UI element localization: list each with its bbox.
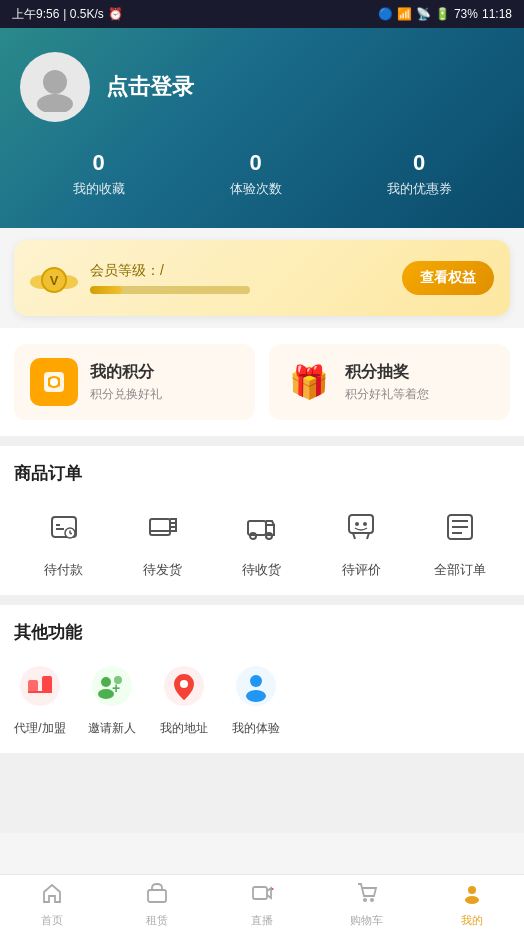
points-section: 我的积分 积分兑换好礼 🎁 积分抽奖 积分好礼等着您 bbox=[0, 328, 524, 436]
content-area: 我的积分 积分兑换好礼 🎁 积分抽奖 积分好礼等着您 商品订单 bbox=[0, 328, 524, 833]
user-info[interactable]: 点击登录 bbox=[20, 52, 504, 122]
member-badge-icon: V bbox=[30, 254, 78, 302]
home-icon bbox=[41, 882, 63, 910]
svg-rect-15 bbox=[150, 519, 170, 535]
status-network: | 0.5K/s bbox=[63, 7, 103, 21]
stat-coupons[interactable]: 0 我的优惠券 bbox=[387, 150, 452, 198]
my-experience-label: 我的体验 bbox=[232, 720, 280, 737]
nav-cart-label: 购物车 bbox=[350, 913, 383, 928]
bottom-nav: 首页 租赁 直播 购物车 bbox=[0, 874, 524, 934]
raffle-icon: 🎁 bbox=[285, 358, 333, 406]
function-icons: 代理/加盟 + 邀请新人 bbox=[14, 660, 510, 737]
order-item-pending-review[interactable]: 待评价 bbox=[335, 501, 387, 579]
shop-icon bbox=[146, 882, 168, 910]
order-icons: 待付款 待发货 bbox=[14, 501, 510, 579]
svg-point-36 bbox=[101, 677, 111, 687]
func-address[interactable]: 我的地址 bbox=[158, 660, 210, 737]
pending-payment-label: 待付款 bbox=[44, 561, 83, 579]
func-invite[interactable]: + 邀请新人 bbox=[86, 660, 138, 737]
pending-ship-label: 待发货 bbox=[143, 561, 182, 579]
view-benefits-button[interactable]: 查看权益 bbox=[402, 261, 494, 295]
live-icon bbox=[251, 882, 273, 910]
stats-row: 0 我的收藏 0 体验次数 0 我的优惠券 bbox=[20, 150, 504, 198]
nav-profile-label: 我的 bbox=[461, 913, 483, 928]
func-my-experience[interactable]: 我的体验 bbox=[230, 660, 282, 737]
battery-level: 73% bbox=[454, 7, 478, 21]
svg-point-0 bbox=[43, 70, 67, 94]
raffle-title: 积分抽奖 bbox=[345, 362, 429, 383]
order-item-all[interactable]: 全部订单 bbox=[434, 501, 486, 579]
nav-rental-label: 租赁 bbox=[146, 913, 168, 928]
raffle-sub: 积分好礼等着您 bbox=[345, 386, 429, 403]
svg-rect-46 bbox=[253, 887, 267, 899]
my-points-sub: 积分兑换好礼 bbox=[90, 386, 162, 403]
wifi-icon: 📡 bbox=[416, 7, 431, 21]
svg-rect-32 bbox=[28, 680, 38, 692]
profile-icon bbox=[461, 882, 483, 910]
nav-home[interactable]: 首页 bbox=[0, 875, 105, 934]
svg-point-25 bbox=[355, 522, 359, 526]
coupons-label: 我的优惠券 bbox=[387, 180, 452, 198]
order-item-pending-receive[interactable]: 待收货 bbox=[236, 501, 288, 579]
pending-payment-icon bbox=[38, 501, 90, 553]
pending-review-label: 待评价 bbox=[342, 561, 381, 579]
hero-section: 点击登录 0 我的收藏 0 体验次数 0 我的优惠券 bbox=[0, 28, 524, 228]
member-progress-bar bbox=[90, 286, 250, 294]
all-orders-label: 全部订单 bbox=[434, 561, 486, 579]
raffle-card[interactable]: 🎁 积分抽奖 积分好礼等着您 bbox=[269, 344, 510, 420]
pending-ship-icon bbox=[137, 501, 189, 553]
member-card[interactable]: V 会员等级：/ 查看权益 bbox=[14, 240, 510, 316]
nav-profile[interactable]: 我的 bbox=[419, 875, 524, 934]
svg-point-50 bbox=[465, 896, 479, 904]
cart-icon bbox=[356, 882, 378, 910]
experiences-label: 体验次数 bbox=[230, 180, 282, 198]
status-left: 上午9:56 | 0.5K/s ⏰ bbox=[12, 6, 123, 23]
order-item-pending-payment[interactable]: 待付款 bbox=[38, 501, 90, 579]
nav-live-label: 直播 bbox=[251, 913, 273, 928]
svg-point-1 bbox=[37, 94, 73, 112]
status-time: 上午9:56 bbox=[12, 6, 59, 23]
agent-icon bbox=[14, 660, 66, 712]
svg-point-41 bbox=[180, 680, 188, 688]
svg-rect-45 bbox=[148, 890, 166, 902]
signal-icon: 📶 bbox=[397, 7, 412, 21]
login-prompt[interactable]: 点击登录 bbox=[106, 72, 194, 102]
svg-point-8 bbox=[50, 378, 58, 386]
points-icon bbox=[30, 358, 78, 406]
svg-point-49 bbox=[468, 886, 476, 894]
member-left: V 会员等级：/ bbox=[30, 254, 250, 302]
avatar[interactable] bbox=[20, 52, 90, 122]
svg-point-31 bbox=[20, 666, 60, 706]
other-functions-title: 其他功能 bbox=[14, 621, 510, 644]
svg-text:V: V bbox=[50, 273, 59, 288]
nav-rental[interactable]: 租赁 bbox=[105, 875, 210, 934]
stat-experiences[interactable]: 0 体验次数 bbox=[230, 150, 282, 198]
my-experience-icon bbox=[230, 660, 282, 712]
my-points-card[interactable]: 我的积分 积分兑换好礼 bbox=[14, 344, 255, 420]
invite-label: 邀请新人 bbox=[88, 720, 136, 737]
orders-section: 商品订单 待付款 bbox=[0, 446, 524, 595]
orders-title: 商品订单 bbox=[14, 462, 510, 485]
battery-icon: 🔋 bbox=[435, 7, 450, 21]
svg-point-44 bbox=[246, 690, 266, 702]
bluetooth-icon: 🔵 bbox=[378, 7, 393, 21]
coupons-count: 0 bbox=[387, 150, 452, 176]
clock-display: 11:18 bbox=[482, 7, 512, 21]
member-progress-fill bbox=[90, 286, 122, 294]
order-item-pending-ship[interactable]: 待发货 bbox=[137, 501, 189, 579]
all-orders-icon bbox=[434, 501, 486, 553]
nav-live[interactable]: 直播 bbox=[210, 875, 315, 934]
favorites-label: 我的收藏 bbox=[73, 180, 125, 198]
svg-text:+: + bbox=[112, 680, 120, 696]
func-agent[interactable]: 代理/加盟 bbox=[14, 660, 66, 737]
nav-cart[interactable]: 购物车 bbox=[314, 875, 419, 934]
svg-point-43 bbox=[250, 675, 262, 687]
status-bar: 上午9:56 | 0.5K/s ⏰ 🔵 📶 📡 🔋 73% 11:18 bbox=[0, 0, 524, 28]
status-right: 🔵 📶 📡 🔋 73% 11:18 bbox=[378, 7, 512, 21]
favorites-count: 0 bbox=[73, 150, 125, 176]
stat-favorites[interactable]: 0 我的收藏 bbox=[73, 150, 125, 198]
member-info: 会员等级：/ bbox=[90, 262, 250, 294]
experiences-count: 0 bbox=[230, 150, 282, 176]
pending-receive-icon bbox=[236, 501, 288, 553]
svg-point-48 bbox=[370, 898, 374, 902]
